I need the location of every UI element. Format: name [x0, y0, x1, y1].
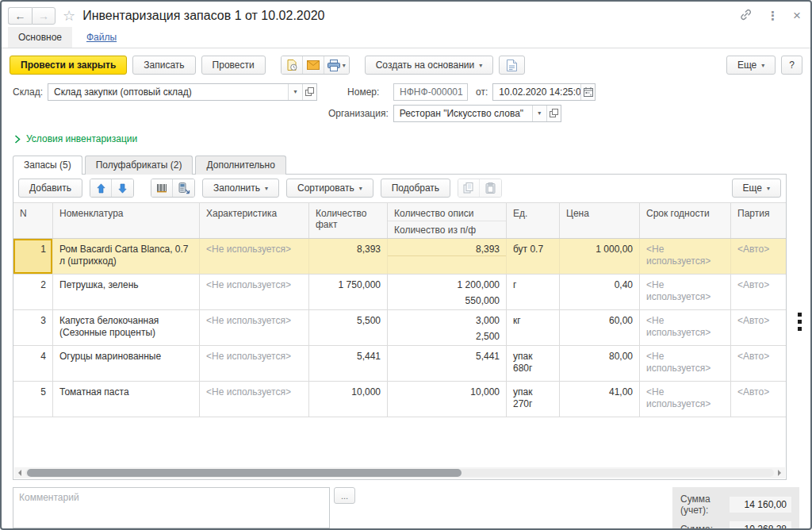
table-row[interactable]: 2 Петрушка, зелень <Не используется> 1 7…: [13, 275, 786, 310]
chevron-down-icon[interactable]: ▾: [532, 106, 546, 121]
more-button[interactable]: Еще ▾: [726, 56, 776, 75]
scrollbar-thumb[interactable]: [27, 469, 462, 477]
table-row[interactable]: 4 Огурцы маринованные <Не используется> …: [13, 346, 786, 382]
clipboard-group: [458, 179, 502, 198]
number-label: Номер:: [347, 86, 389, 98]
splitter-grip-icon[interactable]: [798, 313, 802, 331]
pick-button[interactable]: Подобрать: [381, 179, 450, 198]
move-down-icon[interactable]: [112, 179, 133, 197]
copy-rows-icon[interactable]: [458, 179, 480, 197]
save-button[interactable]: Записать: [132, 56, 195, 75]
organization-label: Организация:: [328, 108, 389, 119]
tab-semifinished[interactable]: Полуфабрикаты (2): [85, 156, 193, 175]
title-bar: ← → ☆ Инвентаризация запасов 1 от 10.02.…: [2, 2, 810, 27]
nav-tabs: Основное Файлы: [2, 27, 810, 48]
col-n[interactable]: N: [13, 203, 53, 238]
scroll-left-icon[interactable]: [14, 467, 25, 478]
posting-status-icon[interactable]: [282, 56, 303, 74]
paste-rows-icon[interactable]: [480, 179, 501, 197]
table-row[interactable]: 3 Капуста белокочанная (Сезонные процент…: [13, 310, 786, 346]
col-qty-fact[interactable]: Количество факт: [309, 203, 388, 238]
document-fields: Склад: Склад закупки (оптовый склад) ▾ Н…: [2, 81, 810, 122]
help-button[interactable]: ?: [781, 56, 802, 75]
totals-panel: Сумма (учет): 14 160,00 Сумма: 10 268,28: [672, 487, 799, 530]
move-row-group: [90, 179, 134, 198]
organization-value: Ресторан "Искусство слова": [394, 106, 532, 121]
back-arrow-icon: ←: [15, 10, 26, 22]
chevron-right-icon: [14, 135, 21, 144]
col-nomenclature[interactable]: Номенклатура: [53, 203, 200, 238]
back-button[interactable]: ←: [8, 7, 32, 25]
sum-account-value: 14 160,00: [730, 497, 791, 513]
forward-button[interactable]: →: [32, 7, 56, 25]
sort-button[interactable]: Сортировать ▾: [286, 179, 373, 198]
dropdown-caret-icon: ▾: [359, 185, 362, 192]
dropdown-caret-icon: ▾: [479, 62, 482, 69]
sum-label: Сумма:: [680, 524, 713, 530]
create-based-on-label: Создать на основании: [376, 60, 475, 71]
footer: ... Сумма (учет): 14 160,00 Сумма: 10 26…: [2, 480, 810, 530]
col-qty-semi-label: Количество из п/ф: [388, 221, 506, 238]
tab-additional[interactable]: Дополнительно: [195, 156, 285, 175]
data-terminal-icon[interactable]: [173, 179, 194, 197]
link-icon[interactable]: [739, 8, 753, 24]
sum-account-label: Сумма (учет):: [680, 494, 730, 516]
warehouse-label: Склад:: [13, 86, 43, 98]
col-price[interactable]: Цена: [560, 203, 640, 238]
calendar-icon[interactable]: [580, 84, 595, 100]
col-characteristic[interactable]: Характеристика: [200, 203, 309, 238]
dropdown-caret-icon: ▾: [265, 185, 268, 192]
document-icon: [507, 60, 517, 71]
table-row[interactable]: 5 Томатная паста <Не используется> 10,00…: [13, 382, 786, 417]
more-label: Еще: [737, 60, 756, 71]
open-list-icon[interactable]: [546, 106, 561, 121]
tab-stocks[interactable]: Запасы (5): [13, 156, 82, 175]
main-toolbar: Провести и закрыть Записать Провести ▾ С…: [2, 48, 810, 81]
tab-main[interactable]: Основное: [8, 27, 72, 48]
move-up-icon[interactable]: [90, 179, 112, 197]
scrollbar-track[interactable]: [25, 469, 774, 477]
chevron-down-icon[interactable]: ▾: [288, 84, 302, 100]
warehouse-combobox[interactable]: Склад закупки (оптовый склад) ▾: [48, 83, 317, 101]
table-body: 1 Ром Bacardi Carta Blanca, 0.7 л (штрих…: [13, 239, 786, 417]
sort-label: Сортировать: [297, 182, 354, 194]
comment-input[interactable]: [13, 487, 330, 528]
table-toolbar: Добавить Заполнить ▾: [13, 175, 786, 202]
table-row[interactable]: 1 Ром Bacardi Carta Blanca, 0.7 л (штрих…: [13, 239, 786, 275]
add-row-button[interactable]: Добавить: [18, 179, 82, 198]
post-button[interactable]: Провести: [201, 56, 266, 75]
post-and-close-button[interactable]: Провести и закрыть: [10, 56, 127, 75]
forward-arrow-icon: →: [38, 10, 49, 22]
fill-button[interactable]: Заполнить ▾: [202, 179, 279, 198]
col-qty-list[interactable]: Количество описи Количество из п/ф: [388, 203, 507, 238]
number-field[interactable]: НФНФ-000001: [393, 83, 468, 101]
kebab-menu-icon[interactable]: ⋮: [767, 9, 779, 23]
tab-files[interactable]: Файлы: [85, 27, 118, 48]
organization-combobox[interactable]: Ресторан "Искусство слова" ▾: [393, 105, 561, 122]
fill-label: Заполнить: [213, 182, 260, 194]
col-qty-list-label: Количество описи: [388, 203, 506, 221]
table-more-label: Еще: [743, 182, 762, 194]
favorite-star-icon[interactable]: ☆: [63, 9, 75, 23]
col-expiry[interactable]: Срок годности: [640, 203, 731, 238]
print-icon[interactable]: ▾: [324, 56, 349, 74]
comment-expand-button[interactable]: ...: [334, 487, 355, 504]
create-based-on-button[interactable]: Создать на основании ▾: [365, 56, 494, 75]
document-icon-group: ▾: [281, 56, 350, 75]
sum-value: 10 268,28: [730, 521, 791, 530]
horizontal-scrollbar[interactable]: [14, 467, 785, 478]
open-list-icon[interactable]: [302, 84, 316, 100]
barcode-group: [151, 179, 195, 198]
scroll-right-icon[interactable]: [774, 467, 785, 478]
reports-doc-button[interactable]: [499, 56, 525, 75]
date-field[interactable]: 10.02.2020 14:25:03: [492, 83, 596, 101]
table-more-button[interactable]: Еще ▾: [732, 179, 781, 198]
col-unit[interactable]: Ед.: [507, 203, 560, 238]
col-batch[interactable]: Партия: [731, 203, 786, 238]
table-empty-area: [13, 417, 786, 467]
inventory-conditions-link[interactable]: Условия инвентаризации: [2, 125, 810, 146]
barcode-icon[interactable]: [151, 179, 173, 197]
close-icon[interactable]: ×: [793, 8, 801, 24]
email-icon[interactable]: [303, 56, 324, 74]
stocks-panel: Добавить Заполнить ▾: [13, 174, 787, 480]
